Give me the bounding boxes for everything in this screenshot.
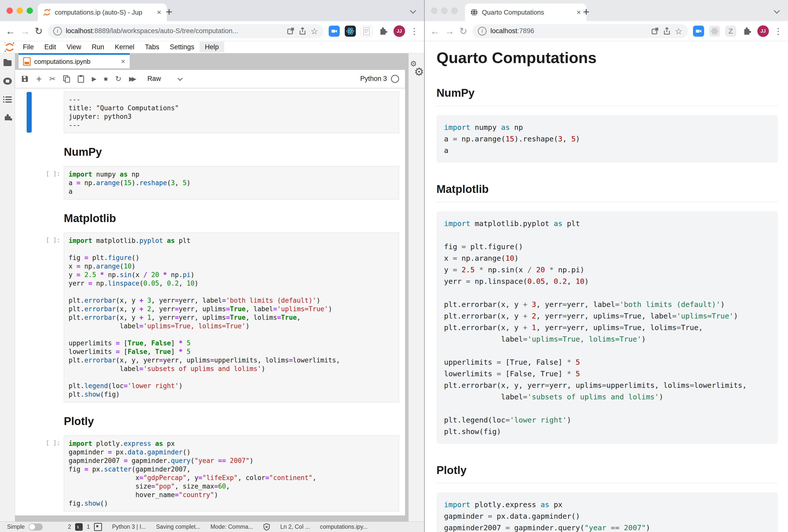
extensions-puzzle-icon[interactable]	[377, 26, 389, 37]
share-icon[interactable]	[298, 27, 307, 35]
file-browser-icon[interactable]	[3, 59, 12, 66]
open-in-new-icon[interactable]	[651, 27, 659, 35]
tab-close-icon[interactable]: ×	[576, 8, 581, 17]
macos-close-button[interactable]	[431, 7, 437, 14]
terminals-count: 2	[68, 524, 71, 530]
bookmark-star-icon[interactable]: ☆	[311, 26, 318, 36]
cell-editor[interactable]: ---title: "Quarto Computations"jupyter: …	[64, 91, 399, 133]
run-cell-icon[interactable]: ▶	[92, 76, 96, 82]
macos-minimize-button[interactable]	[441, 7, 448, 14]
cell-type-select[interactable]: Raw	[147, 75, 161, 83]
extensions-puzzle-icon[interactable]	[741, 26, 752, 37]
trust-shield-icon[interactable]	[263, 523, 270, 531]
code-line	[68, 288, 394, 296]
code-cell[interactable]: [ ]:import matplotlib.pyplot as plt fig …	[15, 232, 399, 403]
kernel-chip-icon[interactable]	[94, 523, 102, 531]
reload-icon[interactable]: ↻	[35, 26, 43, 36]
table-of-contents-icon[interactable]	[3, 96, 12, 103]
kernel-status-text[interactable]: Python 3 | I...	[112, 524, 146, 530]
react-devtools-extension-icon[interactable]	[345, 26, 356, 37]
url-bar[interactable]: i localhost:7896 ☆	[472, 24, 688, 38]
paste-cells-icon[interactable]	[78, 75, 84, 83]
cell-prompt: [ ]:	[15, 439, 60, 447]
macos-zoom-button[interactable]	[27, 7, 33, 14]
cell-collapser[interactable]	[27, 92, 32, 132]
code-line: plt.errorbar(x, y + 3, yerr=yerr, label=…	[444, 299, 770, 310]
browser-profile-avatar[interactable]: JJ	[394, 25, 405, 37]
cut-cells-icon[interactable]: ✂	[49, 75, 56, 83]
macos-zoom-button[interactable]	[451, 7, 457, 14]
menu-tabs[interactable]: Tabs	[140, 42, 164, 52]
document-extension-icon[interactable]	[361, 25, 372, 37]
markdown-cell[interactable]: NumPy	[15, 146, 399, 158]
notebook-file-tab[interactable]: computations.ipynb ×	[19, 53, 130, 68]
cell-editor[interactable]: import matplotlib.pyplot as plt fig = pl…	[64, 232, 399, 403]
browser-tab-jupyterlab[interactable]: computations.ip (auto-S) - Jup ×	[38, 3, 167, 21]
zed-extension-icon[interactable]: Z	[725, 26, 736, 37]
site-info-icon[interactable]: i	[53, 27, 62, 36]
menu-help[interactable]: Help	[199, 42, 224, 52]
simple-mode-toggle[interactable]	[28, 524, 43, 531]
react-devtools-extension-icon[interactable]	[709, 26, 720, 37]
share-icon[interactable]	[663, 27, 671, 35]
macos-window-controls	[6, 7, 33, 14]
markdown-cell[interactable]: Plotly	[15, 415, 399, 428]
cell-editor[interactable]: import numpy as npa = np.arange(15).resh…	[64, 166, 399, 200]
kernel-name-button[interactable]: Python 3	[360, 75, 387, 83]
back-icon[interactable]: ←	[430, 26, 440, 36]
jupyterlab-statusbar: Simple 2 $_ 1 Python 3 | I... Saving com…	[0, 521, 424, 532]
forward-icon[interactable]: →	[445, 26, 454, 36]
back-icon[interactable]: ←	[5, 26, 15, 36]
extension-manager-puzzle-icon[interactable]	[3, 114, 12, 123]
restart-run-all-icon[interactable]: ▶▶	[129, 76, 136, 82]
menu-view[interactable]: View	[61, 42, 86, 52]
raw-cell[interactable]: ---title: "Quarto Computations"jupyter: …	[15, 91, 399, 133]
new-tab-button[interactable]: +	[166, 5, 172, 18]
bookmark-star-icon[interactable]: ☆	[675, 26, 683, 36]
zoom-extension-icon[interactable]	[329, 26, 340, 37]
restart-kernel-icon[interactable]: ↻	[115, 75, 121, 83]
browser-profile-avatar[interactable]: JJ	[757, 25, 769, 37]
code-line: a = np.arange(15).reshape(3, 5)	[68, 179, 394, 187]
code-cell[interactable]: [ ]:import plotly.express as pxgapminder…	[15, 435, 399, 511]
terminal-icon[interactable]: $_	[75, 523, 83, 531]
cursor-position-text[interactable]: Ln 2, Col ...	[280, 524, 310, 530]
code-cell[interactable]: [ ]:import numpy as npa = np.arange(15).…	[15, 166, 399, 200]
copy-cells-icon[interactable]	[63, 75, 70, 83]
desktop: computations.ip (auto-S) - Jup × + ← → ↻…	[0, 0, 788, 532]
insert-cell-icon[interactable]: +	[36, 74, 42, 84]
forward-icon[interactable]: →	[20, 26, 29, 36]
interrupt-kernel-icon[interactable]: ■	[104, 76, 108, 82]
new-tab-button[interactable]: +	[583, 5, 590, 18]
tab-search-chevron-icon[interactable]	[411, 8, 415, 14]
tab-search-chevron-icon[interactable]	[775, 8, 779, 14]
browser-tab-quarto[interactable]: Quarto Computations ×	[465, 3, 587, 21]
zoom-extension-icon[interactable]	[693, 26, 704, 37]
cell-type-chevron-icon[interactable]	[178, 77, 182, 81]
menu-run[interactable]: Run	[86, 42, 110, 52]
running-kernels-icon[interactable]	[3, 77, 12, 85]
cell-collapser[interactable]	[27, 436, 32, 511]
reload-icon[interactable]: ↻	[459, 26, 467, 36]
menu-file[interactable]: File	[18, 42, 39, 52]
browser-menu-kebab-icon[interactable]: ⋮	[774, 26, 783, 36]
markdown-cell[interactable]: Matplotlib	[15, 212, 399, 225]
property-inspector-gear-icon[interactable]: ⚙	[414, 65, 424, 78]
site-info-icon[interactable]: i	[478, 27, 487, 36]
open-in-new-icon[interactable]	[287, 27, 295, 35]
menu-kernel[interactable]: Kernel	[110, 42, 140, 52]
url-bar[interactable]: i localhost:8889/lab/workspaces/auto-S/t…	[48, 24, 323, 38]
notebook-tab-close-icon[interactable]: ×	[121, 58, 125, 65]
browser-menu-kebab-icon[interactable]: ⋮	[410, 26, 419, 36]
cell-collapser[interactable]	[27, 233, 32, 402]
menu-edit[interactable]: Edit	[39, 42, 62, 52]
kernel-status-icon[interactable]	[391, 75, 399, 83]
code-block: import matplotlib.pyplot as plt fig = pl…	[436, 211, 778, 444]
macos-minimize-button[interactable]	[17, 7, 23, 14]
save-icon[interactable]	[21, 75, 28, 83]
menu-settings[interactable]: Settings	[164, 42, 200, 52]
cell-editor[interactable]: import plotly.express as pxgapminder = p…	[64, 435, 399, 511]
macos-close-button[interactable]	[6, 7, 13, 14]
tab-close-icon[interactable]: ×	[157, 8, 161, 17]
code-line: y = 2.5 * np.sin(x / 20 * np.pi)	[68, 270, 394, 279]
